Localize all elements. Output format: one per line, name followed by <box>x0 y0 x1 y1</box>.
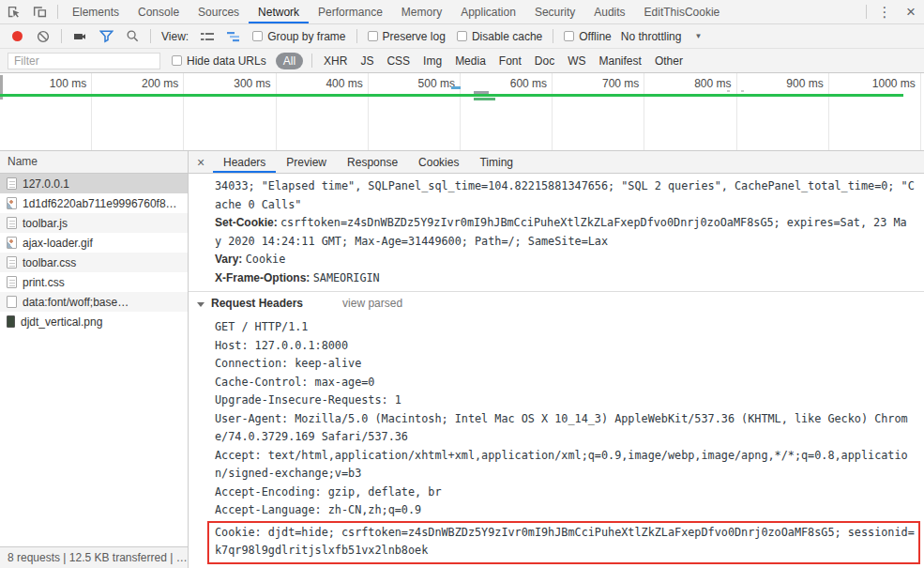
request-headers-section[interactable]: Request Headersview parsed <box>189 291 924 315</box>
disclosure-triangle-icon[interactable] <box>197 302 204 307</box>
tab-audits[interactable]: Audits <box>584 0 634 23</box>
header-value: Cookie <box>246 253 286 266</box>
request-row[interactable]: 127.0.0.1 <box>0 174 188 193</box>
filter-icon[interactable] <box>93 24 119 48</box>
tab-network[interactable]: Network <box>249 0 309 23</box>
checkbox-label: Disable cache <box>472 30 542 43</box>
header-value: csrftoken=z4sDnWBZDz5Y9zIvr0mI9hJBmCciPu… <box>280 216 907 229</box>
disable-cache-checkbox[interactable]: Disable cache <box>457 30 542 43</box>
headers-content: 34033; "Elapsed time", SQLPanel_sql_time… <box>189 174 924 568</box>
record-button[interactable] <box>12 31 23 41</box>
divider <box>57 5 58 19</box>
throttling-select[interactable]: No throttling <box>621 30 682 43</box>
request-name: ajax-loader.gif <box>23 237 93 250</box>
filter-type-js[interactable]: JS <box>360 54 373 68</box>
request-row[interactable]: toolbar.js <box>0 213 188 233</box>
filter-type-other[interactable]: Other <box>655 54 683 68</box>
close-devtools-icon[interactable]: × <box>898 0 924 23</box>
timeline-tick: 100 ms <box>0 73 92 150</box>
inspect-element-icon[interactable] <box>0 0 26 23</box>
details-tab-timing[interactable]: Timing <box>469 151 523 173</box>
file-doc-icon <box>7 256 17 269</box>
request-row[interactable]: djdt_vertical.png <box>0 312 188 331</box>
tab-memory[interactable]: Memory <box>392 0 451 23</box>
search-icon[interactable] <box>119 24 145 48</box>
capture-screenshots-icon[interactable] <box>67 24 93 48</box>
file-blank-icon <box>7 296 17 308</box>
tab-elements[interactable]: Elements <box>63 0 129 23</box>
header-name: X-Frame-Options: <box>215 271 313 284</box>
file-img-icon <box>7 237 17 249</box>
divider <box>150 29 151 43</box>
waterfall-icon[interactable] <box>220 24 247 48</box>
request-name: 1d1df6220ab711e9996760f8… <box>23 197 177 210</box>
request-row[interactable]: data:font/woff;base… <box>0 292 188 312</box>
filter-type-ws[interactable]: WS <box>568 54 585 68</box>
divider <box>866 5 867 19</box>
filter-type-all[interactable]: All <box>276 53 303 69</box>
request-row[interactable]: ajax-loader.gif <box>0 233 188 253</box>
details-tab-headers[interactable]: Headers <box>213 151 276 173</box>
details-tab-response[interactable]: Response <box>337 151 408 173</box>
tab-sources[interactable]: Sources <box>189 0 249 23</box>
tab-performance[interactable]: Performance <box>309 0 392 23</box>
cookie-highlight-box: Cookie: djdt=hide; csrftoken=z4sDnWBZDz5… <box>207 521 920 564</box>
divider <box>356 29 357 43</box>
filter-type-doc[interactable]: Doc <box>535 54 554 68</box>
request-row[interactable]: 1d1df6220ab711e9996760f8… <box>0 193 188 213</box>
large-rows-icon[interactable] <box>194 24 220 48</box>
filter-type-xhr[interactable]: XHR <box>324 54 347 68</box>
preserve-log-checkbox[interactable]: Preserve log <box>368 30 446 43</box>
details-tab-preview[interactable]: Preview <box>276 151 337 173</box>
header-line: Upgrade-Insecure-Requests: 1 <box>215 391 924 410</box>
request-name: data:font/woff;base… <box>23 296 129 309</box>
clear-icon[interactable] <box>30 24 56 48</box>
header-line: Accept: text/html,application/xhtml+xml,… <box>215 447 924 466</box>
overview-green-line <box>0 94 903 97</box>
tab-application[interactable]: Application <box>451 0 525 23</box>
network-main: Name 127.0.0.11d1df6220ab711e9996760f8…t… <box>0 151 924 568</box>
timeline-tick: 400 ms <box>277 73 369 150</box>
view-label: View: <box>161 30 189 43</box>
divider <box>61 29 62 43</box>
hide-data-urls-checkbox[interactable]: Hide data URLs <box>172 54 266 68</box>
details-tab-cookies[interactable]: Cookies <box>408 151 469 173</box>
timeline-tick: 800 ms <box>644 73 736 150</box>
header-line: Set-Cookie: csrftoken=z4sDnWBZDz5Y9zIvr0… <box>215 214 924 233</box>
file-doc-icon <box>7 276 17 288</box>
name-column-header[interactable]: Name <box>0 151 188 174</box>
close-details-icon[interactable]: × <box>189 151 213 173</box>
tab-security[interactable]: Security <box>525 0 584 23</box>
group-by-frame-checkbox[interactable]: Group by frame <box>252 30 345 43</box>
request-row[interactable]: toolbar.css <box>0 253 188 272</box>
checkbox-box[interactable] <box>368 31 378 41</box>
header-value: SAMEORIGIN <box>313 271 380 284</box>
kebab-menu-icon[interactable]: ⋮ <box>871 0 898 23</box>
header-line: User-Agent: Mozilla/5.0 (Macintosh; Inte… <box>215 410 924 429</box>
tab-editthiscookie[interactable]: EditThisCookie <box>635 0 730 23</box>
view-parsed-link[interactable]: view parsed <box>342 297 402 310</box>
waterfall-mark-green <box>474 98 495 100</box>
waterfall-dot <box>727 90 730 92</box>
tab-console[interactable]: Console <box>129 0 189 23</box>
filter-type-media[interactable]: Media <box>455 54 486 68</box>
device-toolbar-icon[interactable] <box>26 0 53 23</box>
checkbox-box[interactable] <box>172 55 182 66</box>
header-line: k7qr98l9gdlritjslxfb51vx2lnb8oek <box>215 542 918 560</box>
filter-type-font[interactable]: Font <box>499 54 522 68</box>
header-line: 34033; "Elapsed time", SQLPanel_sql_time… <box>215 177 924 196</box>
checkbox-box[interactable] <box>252 31 263 41</box>
request-row[interactable]: print.css <box>0 272 188 292</box>
filter-type-css[interactable]: CSS <box>386 54 410 68</box>
filter-type-manifest[interactable]: Manifest <box>599 54 642 68</box>
checkbox-label: Hide data URLs <box>187 54 266 68</box>
divider <box>311 54 312 68</box>
filter-input[interactable] <box>8 53 160 69</box>
offline-checkbox[interactable]: Offline <box>564 30 611 43</box>
filter-type-img[interactable]: Img <box>423 54 442 68</box>
chevron-down-icon[interactable]: ▼ <box>694 32 702 40</box>
header-line: Accept-Language: zh-CN,zh;q=0.9 <box>215 501 924 520</box>
checkbox-box[interactable] <box>564 31 574 41</box>
timeline-overview[interactable]: 100 ms200 ms300 ms400 ms500 ms600 ms700 … <box>0 73 924 151</box>
checkbox-box[interactable] <box>457 31 467 41</box>
